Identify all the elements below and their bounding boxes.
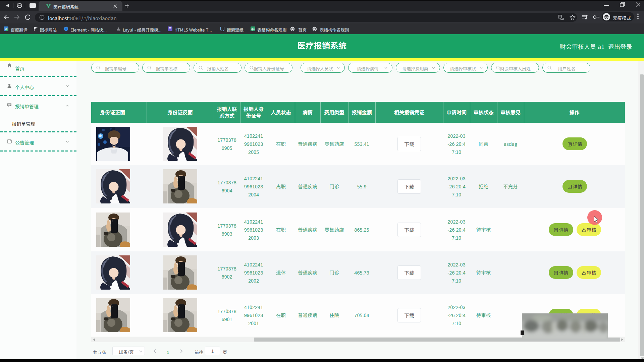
svg-text:译: 译 <box>5 27 8 31</box>
